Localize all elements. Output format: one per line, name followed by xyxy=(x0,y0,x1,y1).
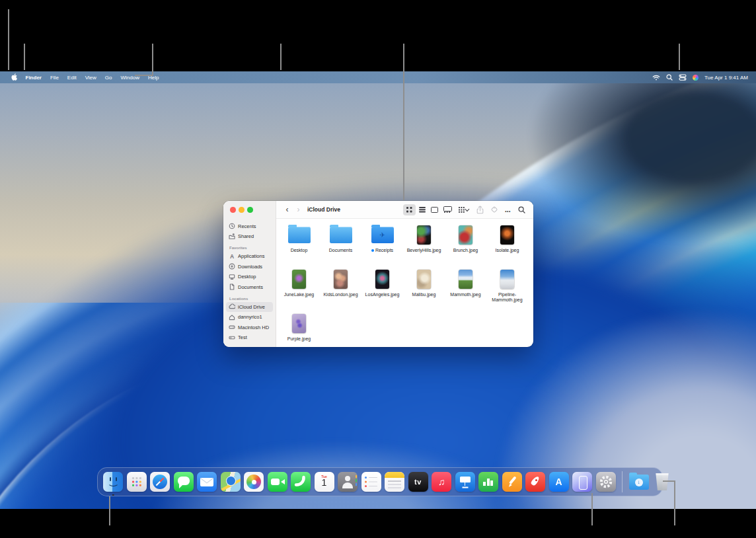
menu-bar-clock[interactable]: Tue Apr 1 9:41 AM xyxy=(704,75,748,81)
sidebar-item-test[interactable]: Test xyxy=(226,332,273,342)
dock-trash[interactable] xyxy=(652,472,672,492)
dock-app-finder[interactable] xyxy=(103,472,123,492)
dock-app-notes[interactable] xyxy=(385,472,404,492)
group-icon xyxy=(459,207,465,213)
sidebar-item-recents[interactable]: Recents xyxy=(226,221,273,231)
menu-item-go[interactable]: Go xyxy=(100,75,116,81)
group-by-button[interactable] xyxy=(456,204,472,215)
safari-icon xyxy=(150,472,170,492)
dock-app-photos[interactable] xyxy=(244,472,264,492)
sidebar-item-dannyrico1[interactable]: dannyrico1 xyxy=(226,312,273,322)
image-thumbnail xyxy=(500,225,514,245)
gallery-view-icon xyxy=(443,206,451,213)
file-item[interactable]: Isolate.jpeg xyxy=(486,223,528,267)
dock-app-safari[interactable] xyxy=(150,472,170,492)
keynote-icon xyxy=(455,472,475,492)
dock-app-music[interactable] xyxy=(432,472,451,492)
list-view-button[interactable] xyxy=(416,204,428,215)
internal-disk-icon xyxy=(229,324,235,330)
dock-app-system-settings[interactable] xyxy=(596,472,616,492)
dock-app-tv[interactable]: tv xyxy=(408,472,428,492)
file-item[interactable]: JuneLake.jpeg xyxy=(278,267,320,311)
more-options-button[interactable] xyxy=(502,204,513,215)
dock-app-numbers[interactable] xyxy=(478,472,498,492)
file-item[interactable]: Brunch.jpeg xyxy=(445,223,486,267)
photos-icon xyxy=(244,472,264,492)
siri-icon[interactable] xyxy=(693,75,699,81)
dock-app-keynote[interactable] xyxy=(455,472,475,492)
mail-icon xyxy=(197,472,217,492)
dock-downloads-folder[interactable] xyxy=(629,472,649,492)
sidebar-item-downloads[interactable]: Downloads xyxy=(226,262,273,272)
menu-item-edit[interactable]: Edit xyxy=(63,75,81,81)
finder-toolbar[interactable]: iCloud Drive xyxy=(276,201,533,219)
wifi-icon[interactable] xyxy=(652,75,660,81)
callout-connector-help-menu xyxy=(135,75,153,76)
dock-app-phone[interactable] xyxy=(291,472,311,492)
file-name: Purple.jpeg xyxy=(287,336,311,342)
music-icon xyxy=(432,472,451,492)
share-button[interactable] xyxy=(474,204,486,215)
dock-app-messages[interactable] xyxy=(174,472,194,492)
sidebar-item-label: Recents xyxy=(238,223,256,229)
chevron-down-icon xyxy=(465,207,469,211)
dock-app-app-store[interactable]: A xyxy=(549,472,569,492)
icon-view-button[interactable] xyxy=(403,204,416,215)
file-item[interactable]: LosAngeles.jpeg xyxy=(361,267,403,311)
window-controls xyxy=(230,207,253,213)
sidebar-item-label: Documents xyxy=(238,284,263,290)
dock-app-calendar[interactable]: Tue1 xyxy=(315,472,334,492)
dock-app-iphone-mirroring[interactable] xyxy=(572,472,592,492)
sidebar-item-icloud-drive[interactable]: iCloud Drive xyxy=(226,302,273,312)
launchpad-icon xyxy=(127,472,147,492)
file-item[interactable]: Purple.jpeg xyxy=(278,311,320,356)
minimize-button[interactable] xyxy=(239,207,245,213)
finder-sidebar: Recents Shared Favorites Applications Do… xyxy=(223,201,276,347)
file-item[interactable]: Desktop xyxy=(278,223,320,267)
file-item[interactable]: Malibu.jpeg xyxy=(403,267,445,311)
menu-item-file[interactable]: File xyxy=(46,75,63,81)
file-item[interactable]: Documents xyxy=(320,223,361,267)
sidebar-item-macintosh-hd[interactable]: Macintosh HD xyxy=(226,323,273,332)
cloud-icon xyxy=(229,303,235,310)
file-item[interactable]: Mammoth.jpeg xyxy=(445,267,486,311)
tag-button[interactable] xyxy=(488,204,500,215)
search-button[interactable] xyxy=(516,204,527,215)
file-item[interactable]: Pipeline-Mammoth.jpeg xyxy=(486,267,528,311)
menu-item-finder[interactable]: Finder xyxy=(21,75,46,81)
column-view-button[interactable] xyxy=(428,204,441,215)
iphone-mirroring-icon xyxy=(572,472,592,492)
icon-art xyxy=(228,477,233,482)
dock-app-reminders[interactable] xyxy=(361,472,381,492)
file-item[interactable]: KidsLondon.jpeg xyxy=(320,267,361,311)
dock-app-mail[interactable] xyxy=(197,472,217,492)
sidebar-item-label: Test xyxy=(238,334,247,340)
close-button[interactable] xyxy=(230,207,236,213)
file-name: Documents xyxy=(329,248,352,253)
dock-app-games[interactable] xyxy=(525,472,545,492)
dock-app-maps[interactable] xyxy=(221,472,241,492)
applications-icon xyxy=(229,253,235,260)
back-button[interactable] xyxy=(283,206,291,213)
callout-line-status-menus xyxy=(679,44,680,70)
trash-icon xyxy=(655,473,669,490)
file-name: Receipts xyxy=(375,248,393,253)
file-item[interactable]: Receipts xyxy=(361,223,403,267)
sidebar-item-desktop[interactable]: Desktop xyxy=(226,272,273,282)
control-center-icon[interactable] xyxy=(679,74,687,81)
zoom-button[interactable] xyxy=(247,207,253,213)
dock-app-launchpad[interactable] xyxy=(127,472,147,492)
sidebar-item-documents[interactable]: Documents xyxy=(226,282,273,292)
icloud-sync-dot xyxy=(371,249,374,252)
gallery-view-button[interactable] xyxy=(441,204,453,215)
spotlight-search-icon[interactable] xyxy=(666,74,673,81)
dock-app-facetime[interactable] xyxy=(268,472,287,492)
apple-menu[interactable] xyxy=(7,73,21,82)
sidebar-item-shared[interactable]: Shared xyxy=(226,231,273,241)
menu-item-view[interactable]: View xyxy=(81,75,100,81)
file-item[interactable]: BeverlyHills.jpeg xyxy=(403,223,445,267)
forward-button[interactable] xyxy=(294,206,303,213)
sidebar-item-applications[interactable]: Applications xyxy=(226,251,273,261)
dock-app-pages[interactable] xyxy=(502,472,522,492)
dock-app-contacts[interactable] xyxy=(338,472,358,492)
